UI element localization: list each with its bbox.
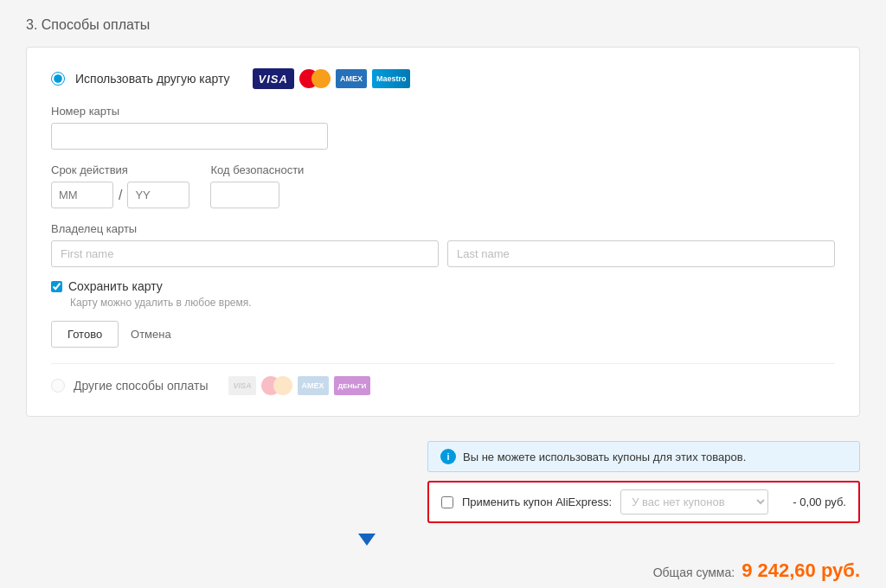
payment-box: Использовать другую карту VISA AMEX Maes… xyxy=(26,47,860,417)
coupon-info-banner: i Вы не можете использовать купоны для э… xyxy=(427,441,860,472)
expiry-mm-input[interactable] xyxy=(51,182,113,208)
use-another-card-label: Использовать другую карту xyxy=(75,72,230,86)
coupon-row: Применить купон AliExpress: У вас нет ку… xyxy=(427,481,860,523)
total-amount: 9 242,60 руб. xyxy=(742,559,860,582)
info-icon: i xyxy=(440,449,456,464)
ready-button[interactable]: Готово xyxy=(51,321,119,348)
other-visa-logo: VISA xyxy=(228,376,255,395)
card-logos-main: VISA AMEX Maestro xyxy=(253,68,411,89)
coupon-amount: - 0,00 руб. xyxy=(777,495,846,508)
expiry-group: Срок действия / xyxy=(51,163,189,208)
card-number-label: Номер карты xyxy=(51,105,835,118)
actions-row: Готово Отмена xyxy=(51,321,835,348)
mastercard-logo xyxy=(299,69,331,88)
use-another-card-radio[interactable] xyxy=(51,72,65,86)
coupon-label: Применить купон AliExpress: xyxy=(462,495,612,508)
total-row: Общая сумма: 9 242,60 руб. xyxy=(653,554,860,582)
visa-logo: VISA xyxy=(253,68,294,89)
cancel-button[interactable]: Отмена xyxy=(131,328,171,341)
other-amex-logo: AMEX xyxy=(298,376,329,395)
maestro-logo: Maestro xyxy=(372,69,411,88)
coupon-checkbox[interactable] xyxy=(441,496,453,508)
expiry-yy-input[interactable] xyxy=(127,182,189,208)
other-payment-logos: VISA AMEX ДЕНЬГИ xyxy=(228,376,370,395)
other-payment-label: Другие способы оплаты xyxy=(74,379,208,393)
card-number-input[interactable] xyxy=(51,123,328,150)
card-number-section: Номер карты xyxy=(51,105,835,150)
section-title: 3. Способы оплаты xyxy=(26,17,860,33)
save-card-row: Сохранить карту xyxy=(51,279,835,293)
security-input[interactable] xyxy=(210,182,279,208)
expiry-label: Срок действия xyxy=(51,163,189,176)
last-name-input[interactable] xyxy=(447,240,835,267)
expiry-inputs: / xyxy=(51,182,189,208)
cursor-triangle xyxy=(358,534,376,546)
other-deньgi-logo: ДЕНЬГИ xyxy=(334,376,371,395)
bottom-section: i Вы не можете использовать купоны для э… xyxy=(26,441,860,588)
other-payment-radio[interactable] xyxy=(51,379,65,393)
save-card-note: Карту можно удалить в любое время. xyxy=(70,297,835,309)
use-another-card-row: Использовать другую карту VISA AMEX Maes… xyxy=(51,68,835,89)
coupon-select[interactable]: У вас нет купонов xyxy=(620,489,768,514)
save-card-checkbox[interactable] xyxy=(51,281,62,292)
expiry-separator: / xyxy=(117,188,124,203)
security-group: Код безопасности xyxy=(210,163,304,208)
expiry-security-row: Срок действия / Код безопасности xyxy=(51,163,835,208)
cardholder-section: Владелец карты xyxy=(51,222,835,267)
save-card-label: Сохранить карту xyxy=(68,279,163,293)
other-payment-row: Другие способы оплаты VISA AMEX ДЕНЬГИ xyxy=(51,363,835,395)
cursor-area xyxy=(0,532,618,546)
total-label: Общая сумма: xyxy=(653,566,735,579)
other-mc-logo xyxy=(261,376,292,395)
name-row xyxy=(51,240,835,267)
security-label: Код безопасности xyxy=(210,163,304,176)
amex-logo: AMEX xyxy=(336,69,367,88)
cardholder-label: Владелец карты xyxy=(51,222,835,235)
first-name-input[interactable] xyxy=(51,240,439,267)
coupon-info-text: Вы не можете использовать купоны для эти… xyxy=(463,451,746,463)
